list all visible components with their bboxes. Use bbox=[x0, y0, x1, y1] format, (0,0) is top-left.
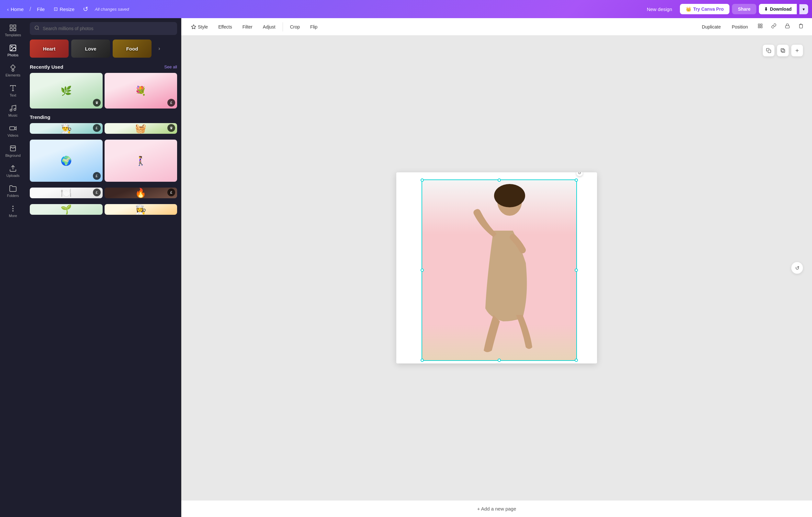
canvas-top-tools bbox=[763, 45, 803, 56]
recent-photo-flowers[interactable]: 💐 £ bbox=[105, 73, 177, 109]
resize-handle-bl[interactable] bbox=[420, 359, 424, 362]
category-food[interactable]: Food bbox=[113, 39, 151, 58]
download-dropdown-button[interactable]: ▾ bbox=[800, 4, 808, 14]
categories-scroll-right[interactable]: › bbox=[154, 39, 165, 58]
trending-photo-cook[interactable]: 👨‍🍳 £ bbox=[30, 123, 103, 134]
sidebar-item-background[interactable]: Bkground bbox=[1, 141, 25, 161]
svg-point-30 bbox=[494, 184, 525, 207]
canvas-area: Style Effects Filter Adjust Crop Flip Du… bbox=[181, 18, 812, 517]
trending-photo-plants[interactable]: 🌱 bbox=[30, 204, 103, 215]
sidebar-item-uploads[interactable]: Uploads bbox=[1, 161, 25, 181]
trending-photo-kitchen[interactable]: 🍽️ £ bbox=[30, 188, 103, 198]
grid-icon-button[interactable] bbox=[754, 21, 766, 32]
sidebar-item-music[interactable]: Music bbox=[1, 101, 25, 120]
resize-handle-mr[interactable] bbox=[575, 269, 578, 272]
resize-handle-ml[interactable] bbox=[420, 269, 424, 272]
resize-handle-tc[interactable] bbox=[498, 179, 501, 182]
pro-badge-flowers: £ bbox=[167, 99, 175, 107]
svg-rect-26 bbox=[781, 49, 784, 52]
trending-header: Trending bbox=[30, 114, 177, 120]
sidebar-label-text: Text bbox=[10, 93, 16, 97]
resize-button[interactable]: ⊡ Resize bbox=[51, 4, 78, 14]
svg-rect-12 bbox=[10, 127, 14, 130]
sidebar-label-photos: Photos bbox=[7, 53, 19, 57]
fireplace-figure: 🔥 bbox=[105, 188, 177, 198]
trending-title: Trending bbox=[30, 114, 50, 120]
sidebar-item-folders[interactable]: Folders bbox=[1, 182, 25, 201]
search-box[interactable] bbox=[30, 22, 177, 35]
resize-handle-bc[interactable] bbox=[498, 359, 501, 362]
home-button[interactable]: ‹ Home bbox=[4, 4, 27, 14]
sidebar-item-more[interactable]: More bbox=[1, 201, 25, 221]
see-all-recently-used[interactable]: See all bbox=[164, 64, 177, 69]
sidebar-item-videos[interactable]: Videos bbox=[1, 121, 25, 141]
main-content: Templates Photos Elements Text Music Vid… bbox=[0, 18, 812, 517]
duplicate-button[interactable]: Duplicate bbox=[697, 22, 725, 32]
photos-icon bbox=[9, 44, 17, 52]
delete-icon bbox=[799, 23, 804, 28]
add-page-bar[interactable]: + Add a new page bbox=[181, 500, 812, 517]
svg-rect-1 bbox=[13, 25, 16, 27]
filter-button[interactable]: Filter bbox=[238, 22, 257, 32]
svg-rect-23 bbox=[785, 26, 789, 28]
category-love-label: Love bbox=[71, 39, 110, 58]
recently-used-header: Recently Used See all bbox=[30, 64, 177, 70]
flowers-figure: 💐 bbox=[105, 73, 177, 109]
canvas-duplicate-page-button[interactable] bbox=[777, 45, 789, 56]
sidebar-label-background: Bkground bbox=[5, 154, 20, 158]
canvas-page[interactable]: ↺ ↺ bbox=[396, 172, 597, 363]
undo-button[interactable]: ↺ bbox=[80, 3, 91, 15]
link-icon-button[interactable] bbox=[768, 21, 780, 32]
category-food-label: Food bbox=[113, 39, 151, 58]
selected-image-container[interactable]: ↺ ↺ bbox=[422, 180, 577, 361]
search-input[interactable] bbox=[43, 26, 173, 31]
share-button[interactable]: Share bbox=[732, 4, 756, 14]
resize-handle-br[interactable] bbox=[575, 359, 578, 362]
elements-icon bbox=[9, 64, 17, 72]
sidebar-item-photos[interactable]: Photos bbox=[1, 41, 25, 60]
style-button[interactable]: Style bbox=[186, 22, 212, 32]
category-heart[interactable]: Heart bbox=[30, 39, 69, 58]
rotate-handle-bottom[interactable]: ↺ bbox=[495, 363, 503, 363]
sidebar-item-text[interactable]: Text bbox=[1, 81, 25, 101]
lock-icon-button[interactable] bbox=[782, 21, 793, 32]
trending-photo-pink-dress[interactable]: 🚶‍♀️ bbox=[105, 140, 177, 182]
canvas-add-page-button[interactable] bbox=[791, 45, 803, 56]
trending-photo-fireplace[interactable]: 🔥 £ bbox=[105, 188, 177, 198]
saved-status: All changes saved bbox=[95, 7, 129, 12]
trending-photo-chef[interactable]: 👩‍🍳 bbox=[105, 204, 177, 215]
new-design-button[interactable]: New design bbox=[642, 4, 677, 15]
position-button[interactable]: Position bbox=[727, 22, 752, 32]
more-icon bbox=[9, 205, 17, 213]
trending-photo-earth[interactable]: 🌍 £ bbox=[30, 140, 103, 182]
photos-panel: Heart Love Food › Recently Used See all … bbox=[26, 18, 181, 517]
download-button[interactable]: ⬇ Download bbox=[759, 4, 797, 14]
rotate-handle-top[interactable]: ↺ bbox=[576, 172, 583, 176]
resize-handle-tl[interactable] bbox=[420, 179, 424, 182]
svg-point-16 bbox=[12, 211, 13, 211]
effects-button[interactable]: Effects bbox=[214, 22, 237, 32]
svg-rect-21 bbox=[758, 26, 760, 28]
resize-handle-tr[interactable] bbox=[575, 179, 578, 182]
canvas-refresh-button[interactable]: ↺ bbox=[791, 262, 803, 274]
sidebar-label-videos: Videos bbox=[7, 133, 18, 137]
earth-figure: 🌍 bbox=[30, 140, 103, 182]
sidebar-item-templates[interactable]: Templates bbox=[1, 21, 25, 40]
crop-button[interactable]: Crop bbox=[286, 22, 304, 32]
file-menu[interactable]: File bbox=[34, 4, 48, 14]
delete-icon-button[interactable] bbox=[795, 21, 807, 32]
svg-line-18 bbox=[38, 29, 39, 30]
canvas-copy-page-button[interactable] bbox=[763, 45, 775, 56]
category-heart-label: Heart bbox=[30, 39, 69, 58]
flip-button[interactable]: Flip bbox=[306, 22, 322, 32]
music-icon bbox=[9, 104, 17, 112]
adjust-button[interactable]: Adjust bbox=[258, 22, 280, 32]
sidebar-item-elements[interactable]: Elements bbox=[1, 61, 25, 80]
recent-photo-leaf[interactable]: 🌿 ♛ bbox=[30, 73, 103, 109]
svg-rect-22 bbox=[760, 26, 762, 28]
trending-photo-picnic[interactable]: 🧺 ♛ bbox=[105, 123, 177, 134]
uploads-icon bbox=[9, 165, 17, 172]
try-pro-button[interactable]: 👑 Try Canva Pro bbox=[680, 4, 729, 14]
category-love[interactable]: Love bbox=[71, 39, 110, 58]
svg-rect-20 bbox=[760, 24, 762, 26]
